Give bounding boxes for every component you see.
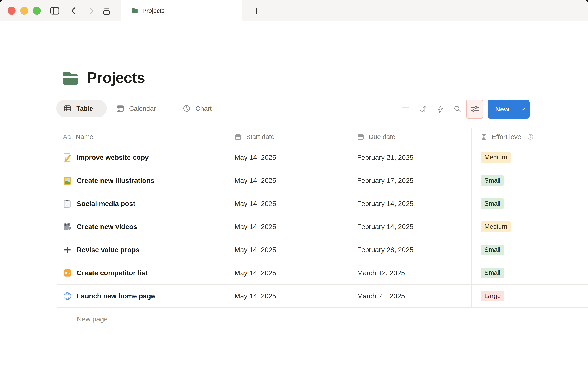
table-rows: Improve website copy May 14, 2025 Februa… <box>57 146 588 308</box>
name-cell[interactable]: Revise value props <box>57 238 227 261</box>
name-cell[interactable]: Social media post <box>57 192 227 215</box>
due-date-cell[interactable]: February 14, 2025 <box>350 215 472 238</box>
page-name: Revise value props <box>77 246 139 254</box>
effort-cell[interactable]: Large <box>472 284 588 307</box>
table-row[interactable]: Revise value props May 14, 2025 February… <box>57 238 588 261</box>
name-cell[interactable]: Create new illustrations <box>57 169 227 192</box>
name-cell[interactable]: Improve website copy <box>57 146 227 169</box>
effort-cell[interactable]: Medium <box>472 215 588 238</box>
new-button-dropdown[interactable] <box>517 100 529 118</box>
new-button[interactable]: New <box>488 100 529 118</box>
start-date-cell[interactable]: May 14, 2025 <box>227 238 350 261</box>
page-name: Create competitor list <box>77 269 148 277</box>
notion-window: Projects Projects Table Calendar Chart <box>0 0 588 367</box>
effort-badge: Small <box>481 175 504 186</box>
name-cell[interactable]: Create new videos <box>57 215 227 238</box>
page-emoji-icon <box>63 176 72 185</box>
pie-chart-icon <box>183 104 191 112</box>
due-date-cell[interactable]: February 17, 2025 <box>350 169 472 192</box>
info-icon[interactable] <box>527 134 533 140</box>
start-date-cell[interactable]: May 14, 2025 <box>227 284 350 307</box>
due-date-value: February 28, 2025 <box>357 246 414 254</box>
page-emoji-icon: VS <box>63 268 72 277</box>
inbox-icon[interactable] <box>101 6 112 15</box>
effort-cell[interactable]: Small <box>472 192 588 215</box>
automation-icon[interactable] <box>437 105 444 113</box>
hourglass-icon <box>481 133 487 140</box>
view-settings-button[interactable] <box>466 100 483 118</box>
new-button-label[interactable]: New <box>488 100 517 118</box>
effort-badge: Large <box>481 291 504 301</box>
filter-icon[interactable] <box>402 105 410 113</box>
start-date-value: May 14, 2025 <box>234 292 276 300</box>
sliders-icon <box>470 105 479 113</box>
effort-cell[interactable]: Small <box>472 261 588 284</box>
start-date-value: May 14, 2025 <box>234 246 276 254</box>
name-cell[interactable]: Launch new home page <box>57 284 227 307</box>
table-row[interactable]: VS Create competitor list May 14, 2025 M… <box>57 261 588 284</box>
column-header-due-date[interactable]: Due date <box>350 128 472 146</box>
forward-icon[interactable] <box>86 6 97 15</box>
table-view-label: Table <box>76 105 93 112</box>
due-date-cell[interactable]: February 14, 2025 <box>350 192 472 215</box>
new-page-button[interactable]: New page <box>57 308 588 331</box>
start-date-cell[interactable]: May 14, 2025 <box>227 146 350 169</box>
effort-badge: Small <box>481 198 504 209</box>
text-type-icon: Aa <box>63 133 71 141</box>
table-row[interactable]: Create new illustrations May 14, 2025 Fe… <box>57 169 588 192</box>
due-date-cell[interactable]: March 12, 2025 <box>350 261 472 284</box>
zoom-button[interactable] <box>33 7 41 15</box>
due-date-cell[interactable]: February 21, 2025 <box>350 146 472 169</box>
page-title[interactable]: Projects <box>87 69 145 86</box>
start-date-value: May 14, 2025 <box>234 200 276 208</box>
tab-table-view[interactable]: Table <box>56 100 107 117</box>
effort-cell[interactable]: Small <box>472 238 588 261</box>
sort-icon[interactable] <box>419 105 427 113</box>
page-emoji-icon <box>63 222 72 231</box>
name-cell[interactable]: VS Create competitor list <box>57 261 227 284</box>
start-date-value: May 14, 2025 <box>234 154 276 161</box>
tab-chart-view[interactable]: Chart <box>183 100 212 117</box>
due-date-cell[interactable]: March 21, 2025 <box>350 284 472 307</box>
close-button[interactable] <box>8 7 16 15</box>
column-label: Name <box>76 133 93 141</box>
effort-cell[interactable]: Medium <box>472 146 588 169</box>
start-date-value: May 14, 2025 <box>234 177 276 184</box>
calendar-icon <box>234 133 242 140</box>
minimize-button[interactable] <box>20 7 28 15</box>
table-row[interactable]: Social media post May 14, 2025 February … <box>57 192 588 215</box>
effort-badge: Small <box>481 267 504 278</box>
table-row[interactable]: Create new videos May 14, 2025 February … <box>57 215 588 238</box>
sidebar-toggle-icon[interactable] <box>49 6 60 15</box>
table-row[interactable]: Improve website copy May 14, 2025 Februa… <box>57 146 588 169</box>
column-header-start-date[interactable]: Start date <box>227 128 350 146</box>
effort-cell[interactable]: Small <box>472 169 588 192</box>
due-date-value: February 14, 2025 <box>357 200 414 208</box>
page-icon-folder[interactable] <box>62 71 79 87</box>
tab-calendar-view[interactable]: Calendar <box>116 100 156 117</box>
calendar-icon <box>357 133 364 140</box>
page-name: Create new videos <box>77 223 137 231</box>
due-date-value: February 21, 2025 <box>357 154 414 161</box>
tab-projects[interactable]: Projects <box>121 0 242 21</box>
start-date-value: May 14, 2025 <box>234 269 276 277</box>
window-tab-bar: Projects <box>0 0 588 21</box>
search-icon[interactable] <box>454 105 461 113</box>
back-icon[interactable] <box>68 6 79 15</box>
new-page-label: New page <box>77 315 108 323</box>
start-date-cell[interactable]: May 14, 2025 <box>227 192 350 215</box>
due-date-value: March 12, 2025 <box>357 269 405 277</box>
start-date-cell[interactable]: May 14, 2025 <box>227 169 350 192</box>
start-date-cell[interactable]: May 14, 2025 <box>227 215 350 238</box>
chart-view-label: Chart <box>196 105 212 112</box>
table-row[interactable]: Launch new home page May 14, 2025 March … <box>57 284 588 308</box>
projects-table: Aa Name Start date Due date Effort level… <box>57 128 588 331</box>
new-tab-button[interactable] <box>249 6 264 16</box>
page-name: Improve website copy <box>77 154 149 161</box>
column-header-effort-level[interactable]: Effort level <box>472 128 588 146</box>
chevron-down-icon <box>520 106 526 112</box>
due-date-cell[interactable]: February 28, 2025 <box>350 238 472 261</box>
calendar-icon <box>116 104 124 112</box>
start-date-cell[interactable]: May 14, 2025 <box>227 261 350 284</box>
column-header-name[interactable]: Aa Name <box>57 128 227 146</box>
